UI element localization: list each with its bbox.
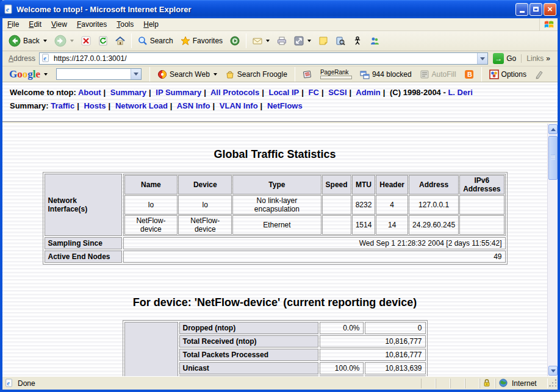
zone-label: Internet (512, 379, 537, 388)
nav-link-network-load[interactable]: Network Load (115, 101, 168, 110)
nav-link-summary[interactable]: Summary (110, 88, 146, 97)
home-button[interactable] (112, 34, 129, 48)
ntop-nav-frame: Welcome to ntop: About| Summary| IP Summ… (2, 82, 558, 121)
menu-edit[interactable]: Edit (24, 19, 46, 30)
cell: 14 (376, 215, 408, 235)
autofill-button[interactable]: AutoFill (417, 68, 459, 80)
options-label: Options (501, 70, 526, 79)
stat-value: 80 (365, 376, 426, 376)
scroll-up-icon (551, 128, 556, 131)
media-button[interactable] (226, 34, 243, 48)
address-dropdown-button[interactable] (477, 53, 487, 64)
nav-link-hosts[interactable]: Hosts (84, 101, 106, 110)
cell: Ethernet (232, 215, 321, 235)
address-input[interactable]: e https://127.0.0.1:3001/ (39, 52, 488, 65)
col-header: Name (124, 175, 178, 194)
nav-link-fc[interactable]: FC (309, 88, 319, 97)
cell: 127.0.0.1 (409, 195, 459, 215)
mail-button[interactable] (249, 34, 273, 48)
scroll-down-button[interactable] (548, 366, 558, 376)
stat-pct: 0.0% (320, 376, 364, 376)
scroll-up-button[interactable] (548, 124, 558, 134)
globe-icon (499, 379, 509, 388)
forward-button[interactable] (51, 33, 77, 49)
autofill-label: AutoFill (432, 70, 456, 79)
nav-link-asn-info[interactable]: ASN Info (177, 101, 210, 110)
pagerank-button[interactable]: PageRank (317, 68, 355, 80)
status-bar: e Done Internet (2, 376, 558, 390)
stat-label: Dropped (ntop) (179, 322, 318, 334)
cell (322, 215, 351, 235)
popup-blocked-button[interactable]: 944 blocked (357, 68, 415, 80)
stat-value: 10,816,777 (320, 349, 426, 361)
nav-link-netflows[interactable]: NetFlows (267, 101, 303, 110)
nav-link-ip-summary[interactable]: IP Summary (156, 88, 201, 97)
title-bar[interactable]: e Welcome to ntop! - Microsoft Internet … (0, 0, 560, 18)
aim-button[interactable] (349, 34, 366, 48)
cell: 24.29.60.245 (409, 215, 459, 235)
table-row: Sampling Since Wed Sep 1 21:28:32 2004 [… (45, 237, 506, 249)
resize-grip[interactable] (549, 379, 558, 388)
nav-link-traffic[interactable]: Traffic (51, 101, 74, 110)
minimize-button[interactable] (515, 3, 528, 16)
page-title-global-traffic: Global Traffic Statistics (2, 148, 547, 161)
sampling-since-label: Sampling Since (45, 237, 122, 249)
nav-link-all-protocols[interactable]: All Protocols (210, 88, 259, 97)
search-button[interactable]: Search (134, 34, 177, 48)
back-button[interactable]: Back (5, 33, 51, 49)
google-logo-button[interactable]: Google (6, 67, 51, 82)
search-label: Search (150, 37, 173, 45)
cell: NetFlow-device (124, 215, 178, 235)
stat-value: 10,813,639 (365, 362, 426, 374)
menu-help[interactable]: Help (138, 19, 163, 30)
blogger-button[interactable]: B (461, 68, 477, 80)
search-web-button[interactable]: Search Web (154, 68, 220, 80)
links-button[interactable]: Links » (521, 54, 555, 63)
pagerank-bar (320, 76, 352, 79)
nav-link-about[interactable]: About (78, 88, 101, 97)
status-pane (465, 379, 479, 388)
status-pane (450, 379, 465, 388)
edit-button[interactable] (290, 34, 315, 48)
menu-view[interactable]: View (46, 19, 72, 30)
refresh-button[interactable] (95, 34, 112, 48)
nav-link-scsi[interactable]: SCSI (328, 88, 346, 97)
menu-favorites[interactable]: Favorites (72, 19, 112, 30)
nav-link-vlan-info[interactable]: VLAN Info (220, 101, 258, 110)
go-button[interactable]: → Go (488, 53, 521, 64)
status-zone-pane: Internet (495, 379, 548, 388)
vertical-scrollbar[interactable] (547, 124, 558, 376)
stop-button[interactable] (77, 34, 95, 48)
options-button[interactable]: Options (486, 68, 529, 80)
stat-pct: 100.0% (320, 362, 364, 374)
interfaces-inner-table: Name Device Type Speed MTU Header Addres… (124, 174, 505, 235)
maximize-button[interactable] (529, 3, 542, 16)
nav-link-lderi[interactable]: L. Deri (448, 88, 472, 97)
discuss-button[interactable] (315, 34, 332, 48)
nav-link-local-ip[interactable]: Local IP (268, 88, 299, 97)
messenger-button[interactable] (366, 34, 383, 48)
news-button[interactable] (300, 68, 315, 80)
google-search-input[interactable] (56, 68, 142, 80)
close-button[interactable]: ✕ (544, 3, 556, 16)
pagerank-label: PageRank (320, 69, 349, 76)
status-pane (436, 379, 450, 388)
device-stats-table: Dropped (ntop) 0.0% 0 Total Received (nt… (123, 320, 428, 376)
menu-file[interactable]: File (2, 19, 24, 30)
active-end-nodes-label: Active End Nodes (45, 251, 122, 263)
scrollbar-thumb[interactable] (548, 136, 558, 180)
blogger-icon: B (464, 69, 474, 79)
page-title-for-device: For device: 'NetFlow-device' (current re… (2, 296, 547, 309)
cell (322, 195, 351, 215)
favorites-button[interactable]: Favorites (177, 34, 226, 48)
print-button[interactable] (273, 34, 290, 48)
stat-value: 0 (365, 322, 426, 334)
research-button[interactable] (332, 34, 349, 48)
highlighter-button[interactable] (531, 68, 547, 80)
google-toolbar: Google Search Web Search Froogle (2, 66, 558, 82)
google-search-dropdown[interactable] (131, 69, 141, 79)
nav-link-admin[interactable]: Admin (356, 88, 380, 97)
search-icon (138, 36, 148, 46)
search-froogle-button[interactable]: Search Froogle (222, 68, 290, 80)
menu-tools[interactable]: Tools (112, 19, 138, 30)
